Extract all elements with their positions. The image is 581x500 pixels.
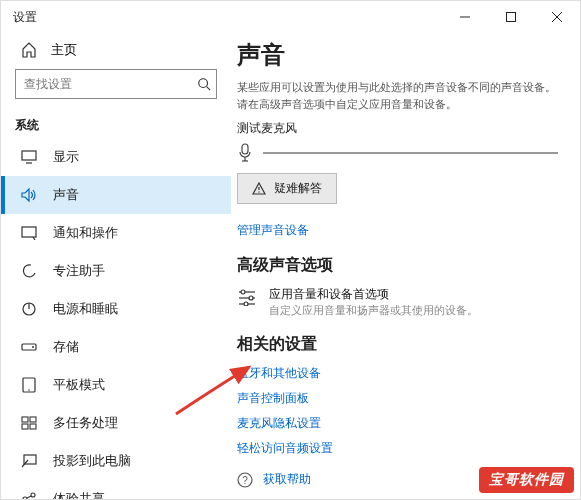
sidebar-item-label: 存储 bbox=[53, 338, 79, 356]
svg-rect-8 bbox=[22, 227, 36, 237]
svg-rect-16 bbox=[22, 417, 28, 422]
page-description: 某些应用可以设置为使用与此处选择的声音设备不同的声音设备。请在高级声音选项中自定… bbox=[237, 79, 558, 112]
app-volume-title: 应用音量和设备首选项 bbox=[269, 286, 478, 303]
sound-icon bbox=[21, 188, 37, 202]
sidebar-item-display[interactable]: 显示 bbox=[1, 138, 231, 176]
manage-sound-devices-link[interactable]: 管理声音设备 bbox=[237, 222, 558, 239]
sidebar-item-projecting[interactable]: 投影到此电脑 bbox=[1, 442, 231, 480]
tablet-icon bbox=[21, 377, 37, 393]
svg-point-4 bbox=[199, 79, 208, 88]
content-pane: 声音 某些应用可以设置为使用与此处选择的声音设备不同的声音设备。请在高级声音选项… bbox=[231, 33, 580, 499]
sliders-icon bbox=[237, 288, 257, 306]
help-icon: ? bbox=[237, 472, 253, 488]
svg-rect-26 bbox=[242, 144, 248, 154]
search-wrap bbox=[1, 69, 231, 107]
svg-rect-17 bbox=[30, 417, 36, 422]
sidebar-item-focus-assist[interactable]: 专注助手 bbox=[1, 252, 231, 290]
svg-rect-6 bbox=[22, 151, 36, 160]
sidebar-item-label: 专注助手 bbox=[53, 262, 105, 280]
window-body: 主页 系统 显示 声音 bbox=[1, 33, 580, 499]
svg-point-15 bbox=[28, 389, 30, 391]
sidebar-item-tablet-mode[interactable]: 平板模式 bbox=[1, 366, 231, 404]
get-help-link[interactable]: 获取帮助 bbox=[263, 471, 311, 488]
minimize-button[interactable] bbox=[442, 1, 488, 33]
sidebar-item-label: 体验共享 bbox=[53, 490, 105, 499]
ease-of-access-audio-link[interactable]: 轻松访问音频设置 bbox=[237, 440, 558, 457]
sidebar-item-notifications[interactable]: 通知和操作 bbox=[1, 214, 231, 252]
sidebar-item-label: 电源和睡眠 bbox=[53, 300, 118, 318]
svg-line-5 bbox=[207, 87, 211, 91]
project-icon bbox=[21, 454, 37, 468]
sidebar-item-power-sleep[interactable]: 电源和睡眠 bbox=[1, 290, 231, 328]
search-box[interactable] bbox=[15, 69, 217, 99]
sidebar-item-shared-experiences[interactable]: 体验共享 bbox=[1, 480, 231, 499]
svg-rect-19 bbox=[30, 424, 36, 429]
app-volume-desc: 自定义应用音量和扬声器或其使用的设备。 bbox=[269, 303, 478, 318]
troubleshoot-label: 疑难解答 bbox=[274, 180, 322, 197]
sidebar-item-multitasking[interactable]: 多任务处理 bbox=[1, 404, 231, 442]
svg-rect-1 bbox=[507, 13, 516, 22]
svg-rect-18 bbox=[22, 424, 28, 429]
svg-point-13 bbox=[32, 346, 34, 348]
search-input[interactable] bbox=[15, 69, 217, 99]
sound-control-panel-link[interactable]: 声音控制面板 bbox=[237, 390, 558, 407]
sidebar-item-sound[interactable]: 声音 bbox=[1, 176, 231, 214]
sidebar-item-label: 显示 bbox=[53, 148, 79, 166]
home-button[interactable]: 主页 bbox=[1, 35, 231, 69]
svg-point-21 bbox=[23, 497, 27, 499]
page-title: 声音 bbox=[237, 39, 558, 71]
bluetooth-link[interactable]: 蓝牙和其他设备 bbox=[237, 365, 558, 382]
mic-privacy-link[interactable]: 麦克风隐私设置 bbox=[237, 415, 558, 432]
power-icon bbox=[21, 301, 37, 317]
focus-icon bbox=[21, 263, 37, 279]
display-icon bbox=[21, 150, 37, 164]
troubleshoot-button[interactable]: 疑难解答 bbox=[237, 173, 337, 204]
home-label: 主页 bbox=[51, 41, 77, 59]
app-volume-text: 应用音量和设备首选项 自定义应用音量和扬声器或其使用的设备。 bbox=[269, 286, 478, 318]
svg-point-36 bbox=[244, 302, 248, 306]
svg-text:?: ? bbox=[242, 475, 248, 486]
warning-icon bbox=[252, 182, 266, 196]
home-icon bbox=[21, 42, 37, 58]
sidebar-item-label: 平板模式 bbox=[53, 376, 105, 394]
multitasking-icon bbox=[21, 416, 37, 430]
notifications-icon bbox=[21, 226, 37, 240]
storage-icon bbox=[21, 341, 37, 353]
sidebar-section-label: 系统 bbox=[1, 107, 231, 138]
related-heading: 相关的设置 bbox=[237, 334, 558, 355]
watermark-badge: 宝哥软件园 bbox=[479, 467, 574, 493]
sidebar-item-label: 多任务处理 bbox=[53, 414, 118, 432]
svg-point-34 bbox=[249, 296, 253, 300]
search-icon bbox=[197, 77, 211, 91]
window-controls bbox=[442, 1, 580, 33]
settings-window: 设置 主页 bbox=[0, 0, 581, 500]
svg-line-24 bbox=[27, 496, 31, 498]
advanced-heading: 高级声音选项 bbox=[237, 255, 558, 276]
sidebar-nav: 显示 声音 通知和操作 专注助手 电源和睡眠 bbox=[1, 138, 231, 499]
maximize-button[interactable] bbox=[488, 1, 534, 33]
svg-point-30 bbox=[258, 191, 259, 192]
svg-point-32 bbox=[241, 290, 245, 294]
sidebar-item-label: 声音 bbox=[53, 186, 79, 204]
app-volume-option[interactable]: 应用音量和设备首选项 自定义应用音量和扬声器或其使用的设备。 bbox=[237, 286, 558, 318]
sidebar: 主页 系统 显示 声音 bbox=[1, 33, 231, 499]
share-icon bbox=[21, 491, 37, 499]
mic-level-bar bbox=[263, 152, 558, 154]
close-button[interactable] bbox=[534, 1, 580, 33]
microphone-icon bbox=[237, 143, 253, 163]
svg-point-22 bbox=[31, 493, 35, 497]
mic-test-row bbox=[237, 143, 558, 163]
sidebar-item-storage[interactable]: 存储 bbox=[1, 328, 231, 366]
test-mic-label: 测试麦克风 bbox=[237, 120, 558, 137]
window-title: 设置 bbox=[13, 9, 37, 26]
sidebar-item-label: 投影到此电脑 bbox=[53, 452, 131, 470]
titlebar: 设置 bbox=[1, 1, 580, 33]
sidebar-item-label: 通知和操作 bbox=[53, 224, 118, 242]
